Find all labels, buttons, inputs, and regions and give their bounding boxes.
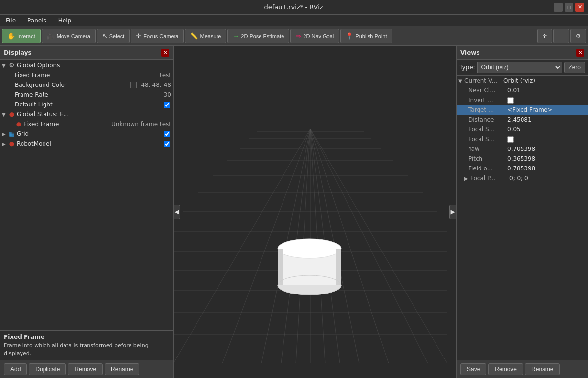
tool-2d-nav[interactable]: ⇒ 2D Nav Goal bbox=[290, 29, 339, 43]
tool-move-camera[interactable]: 🎥 Move Camera bbox=[42, 29, 96, 43]
move-camera-icon: 🎥 bbox=[47, 32, 55, 40]
menu-file[interactable]: File bbox=[2, 16, 20, 25]
tool-publish-point[interactable]: 📍 Publish Point bbox=[340, 29, 392, 43]
grid-label: Grid bbox=[17, 130, 164, 137]
displays-buttons: Add Duplicate Remove Rename bbox=[0, 360, 173, 378]
invert-checkbox[interactable] bbox=[507, 97, 514, 104]
close-button[interactable]: ✕ bbox=[575, 3, 584, 12]
grid-checkbox[interactable] bbox=[164, 131, 170, 137]
tool-2d-pose[interactable]: → 2D Pose Estimate bbox=[227, 29, 289, 43]
main-content: Displays ✕ ▼ ⚙ Global Options Fixed Fram… bbox=[0, 46, 588, 378]
frame-rate-value: 30 bbox=[162, 91, 171, 98]
yaw-value: 0.705398 bbox=[507, 146, 586, 152]
tree-row-global-options[interactable]: ▼ ⚙ Global Options bbox=[0, 61, 173, 70]
views-row-yaw[interactable]: Yaw 0.705398 bbox=[457, 144, 588, 154]
rename-view-button[interactable]: Rename bbox=[525, 363, 560, 375]
focal-p-label: Focal P... bbox=[470, 175, 509, 182]
grid-expand-icon: ▶ bbox=[2, 131, 8, 137]
window-controls: — □ ✕ bbox=[554, 3, 584, 12]
robot-model-checkbox[interactable] bbox=[164, 141, 170, 147]
pitch-value: 0.365398 bbox=[507, 155, 586, 162]
views-type-select[interactable]: Orbit (rviz) FPS (rviz) TopDownOrtho (rv… bbox=[477, 62, 563, 73]
near-cl-value: 0.01 bbox=[507, 87, 586, 94]
field-o-value: 0.785398 bbox=[507, 165, 586, 172]
views-row-focal-s2[interactable]: Focal S... bbox=[457, 134, 588, 144]
displays-close-button[interactable]: ✕ bbox=[161, 49, 169, 57]
tree-row-robot-model[interactable]: ▶ ● RobotModel bbox=[0, 139, 173, 148]
current-view-value: Orbit (rviz) bbox=[503, 77, 586, 84]
global-options-expand-icon: ▼ bbox=[2, 63, 8, 68]
focus-camera-icon: ✛ bbox=[136, 32, 141, 40]
displays-info-text: Frame into which all data is transformed… bbox=[4, 342, 169, 357]
add-toolbar-button[interactable]: ✛ bbox=[537, 29, 552, 43]
global-options-icon: ⚙ bbox=[8, 62, 16, 69]
invert-label: Invert ... bbox=[468, 97, 507, 104]
views-buttons: Save Remove Rename bbox=[457, 360, 588, 378]
svg-rect-29 bbox=[336, 249, 341, 285]
tree-row-fixed-frame-status[interactable]: ● Fixed Frame Unknown frame test bbox=[0, 119, 173, 129]
duplicate-display-button[interactable]: Duplicate bbox=[29, 363, 66, 375]
maximize-button[interactable]: □ bbox=[565, 3, 573, 12]
views-zero-button[interactable]: Zero bbox=[564, 62, 585, 73]
views-row-current[interactable]: ▼ Current V... Orbit (rviz) bbox=[457, 76, 588, 85]
menubar: File Panels Help bbox=[0, 15, 588, 26]
collapse-left-button[interactable]: ◀ bbox=[174, 205, 180, 219]
collapse-right-button[interactable]: ▶ bbox=[449, 205, 456, 219]
views-row-pitch[interactable]: Pitch 0.365398 bbox=[457, 154, 588, 164]
add-display-button[interactable]: Add bbox=[4, 363, 27, 375]
robot-model-icon: ● bbox=[8, 140, 16, 147]
views-row-distance[interactable]: Distance 2.45081 bbox=[457, 115, 588, 125]
focal-p-expand-icon: ▶ bbox=[464, 176, 470, 181]
rename-display-button[interactable]: Rename bbox=[105, 363, 139, 375]
tree-row-background-color[interactable]: Background Color 48; 48; 48 bbox=[0, 80, 173, 90]
remove-view-button[interactable]: Remove bbox=[488, 363, 523, 375]
views-row-focal-p[interactable]: ▶ Focal P... 0; 0; 0 bbox=[457, 173, 588, 183]
current-view-label: Current V... bbox=[464, 77, 503, 84]
near-cl-label: Near Cl... bbox=[468, 87, 507, 94]
3d-viewport[interactable]: ◀ ▶ bbox=[174, 46, 456, 378]
default-light-checkbox[interactable] bbox=[164, 102, 170, 108]
minus-toolbar-button[interactable]: — bbox=[553, 29, 569, 43]
save-view-button[interactable]: Save bbox=[460, 363, 486, 375]
default-light-label: Default Light bbox=[15, 101, 164, 108]
tree-row-default-light[interactable]: Default Light bbox=[0, 100, 173, 109]
tree-row-grid[interactable]: ▶ ▦ Grid bbox=[0, 129, 173, 139]
remove-display-button[interactable]: Remove bbox=[68, 363, 103, 375]
tool-select[interactable]: ↖ Select bbox=[97, 29, 130, 43]
tool-interact[interactable]: ✋ Interact bbox=[2, 29, 41, 43]
menu-panels[interactable]: Panels bbox=[23, 16, 50, 25]
add-toolbar-icon: ✛ bbox=[543, 33, 547, 39]
publish-point-icon: 📍 bbox=[346, 32, 353, 40]
views-type-label: Type: bbox=[459, 64, 475, 71]
settings-toolbar-button[interactable]: ⚙ bbox=[570, 29, 586, 43]
views-row-field-o[interactable]: Field o... 0.785398 bbox=[457, 164, 588, 173]
yaw-label: Yaw bbox=[468, 146, 507, 152]
target-value: <Fixed Frame> bbox=[507, 106, 586, 113]
views-row-target[interactable]: Target ... <Fixed Frame> bbox=[457, 105, 588, 115]
tree-row-global-status[interactable]: ▼ ● Global Status: E... bbox=[0, 109, 173, 119]
grid-icon: ▦ bbox=[8, 130, 16, 138]
robot-model-label: RobotModel bbox=[17, 140, 164, 147]
views-row-focal-s1[interactable]: Focal S... 0.05 bbox=[457, 125, 588, 134]
views-panel: Views ✕ Type: Orbit (rviz) FPS (rviz) To… bbox=[456, 46, 588, 378]
views-close-button[interactable]: ✕ bbox=[576, 49, 584, 57]
views-row-invert[interactable]: Invert ... bbox=[457, 95, 588, 105]
tool-measure[interactable]: 📏 Measure bbox=[185, 29, 226, 43]
focal-s2-checkbox[interactable] bbox=[507, 136, 514, 143]
settings-toolbar-icon: ⚙ bbox=[576, 33, 581, 39]
global-status-icon: ● bbox=[8, 110, 16, 118]
tool-focus-camera[interactable]: ✛ Focus Camera bbox=[131, 29, 184, 43]
views-row-near-cl[interactable]: Near Cl... 0.01 bbox=[457, 85, 588, 95]
tree-row-fixed-frame[interactable]: Fixed Frame test bbox=[0, 70, 173, 80]
distance-label: Distance bbox=[468, 116, 507, 123]
background-color-value: 48; 48; 48 bbox=[139, 82, 171, 88]
fixed-frame-status-value: Unknown frame test bbox=[109, 121, 171, 127]
toolbar: ✋ Interact 🎥 Move Camera ↖ Select ✛ Focu… bbox=[0, 26, 588, 46]
focal-s1-label: Focal S... bbox=[468, 126, 507, 133]
minus-toolbar-icon: — bbox=[559, 33, 564, 39]
menu-help[interactable]: Help bbox=[54, 16, 75, 25]
tree-row-frame-rate[interactable]: Frame Rate 30 bbox=[0, 90, 173, 100]
distance-value: 2.45081 bbox=[507, 116, 586, 123]
minimize-button[interactable]: — bbox=[554, 3, 563, 12]
frame-rate-label: Frame Rate bbox=[15, 91, 162, 98]
